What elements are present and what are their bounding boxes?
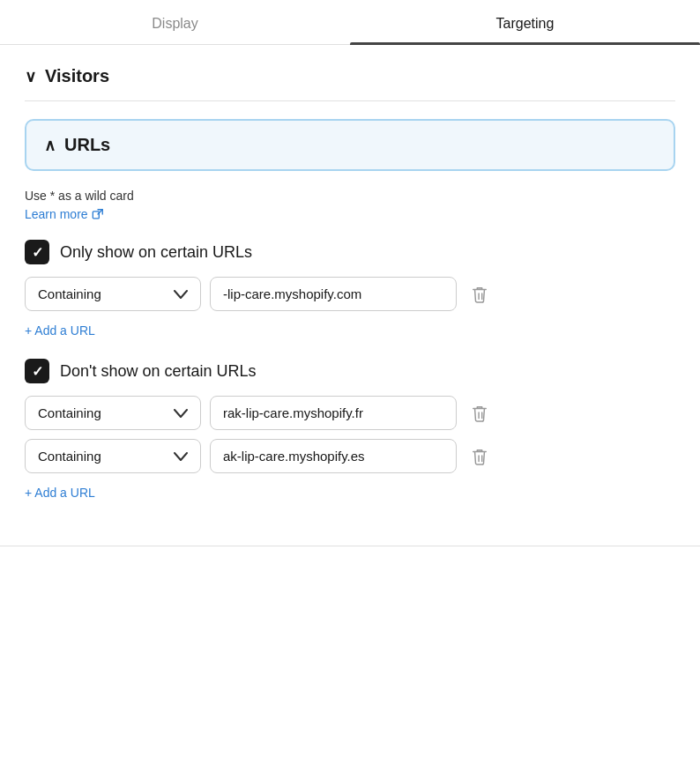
dont-show-checkbox[interactable]: ✓ (25, 359, 49, 383)
urls-chevron-icon: ∧ (44, 136, 56, 155)
learn-more-link[interactable]: Learn more (25, 207, 104, 221)
visitors-heading: Visitors (45, 66, 109, 86)
only-show-checkbox[interactable]: ✓ (25, 240, 49, 264)
only-show-url-input-1[interactable] (210, 277, 457, 311)
dont-show-url-input-1[interactable] (210, 396, 457, 430)
wildcard-info: Use * as a wild card Learn more (25, 189, 675, 222)
only-show-row: ✓ Only show on certain URLs (25, 240, 675, 264)
only-show-add-url-link[interactable]: + Add a URL (25, 323, 95, 338)
dont-show-url-row-2: Containing (25, 439, 675, 473)
only-show-dropdown-1[interactable]: Containing (25, 277, 201, 311)
tab-display[interactable]: Display (0, 0, 350, 44)
tab-bar: Display Targeting (0, 0, 700, 45)
svg-rect-0 (93, 212, 99, 219)
urls-section: ∧ URLs (25, 119, 675, 171)
urls-section-header[interactable]: ∧ URLs (44, 135, 656, 155)
visitors-section-header[interactable]: ∨ Visitors (25, 66, 675, 86)
dont-show-dropdown-2[interactable]: Containing (25, 439, 201, 473)
dont-show-delete-button-2[interactable] (465, 442, 494, 472)
dropdown-chevron-icon-2 (174, 406, 188, 420)
only-show-url-row-1: Containing (25, 277, 675, 311)
wildcard-text: Use * as a wild card (25, 189, 675, 203)
dont-show-label: Don't show on certain URLs (60, 362, 257, 381)
dont-show-row: ✓ Don't show on certain URLs (25, 359, 675, 383)
dont-show-add-url-link[interactable]: + Add a URL (25, 486, 95, 500)
visitors-chevron-icon: ∨ (25, 67, 36, 86)
only-show-delete-button-1[interactable] (465, 279, 494, 309)
dropdown-chevron-icon (174, 287, 188, 301)
external-link-icon (92, 208, 104, 220)
dont-show-url-row-1: Containing (25, 396, 675, 430)
only-show-label: Only show on certain URLs (60, 243, 252, 262)
visitors-divider (25, 100, 675, 101)
dont-show-delete-button-1[interactable] (465, 398, 494, 428)
checkmark-icon: ✓ (32, 244, 43, 261)
dont-show-dropdown-1[interactable]: Containing (25, 396, 201, 430)
main-content: ∨ Visitors ∧ URLs Use * as a wild card L… (0, 45, 700, 524)
tab-targeting[interactable]: Targeting (350, 0, 700, 44)
urls-heading: URLs (64, 135, 110, 155)
dont-show-url-input-2[interactable] (210, 439, 457, 473)
checkmark-icon-2: ✓ (32, 363, 43, 380)
dropdown-chevron-icon-3 (174, 449, 188, 464)
bottom-divider (0, 546, 700, 546)
